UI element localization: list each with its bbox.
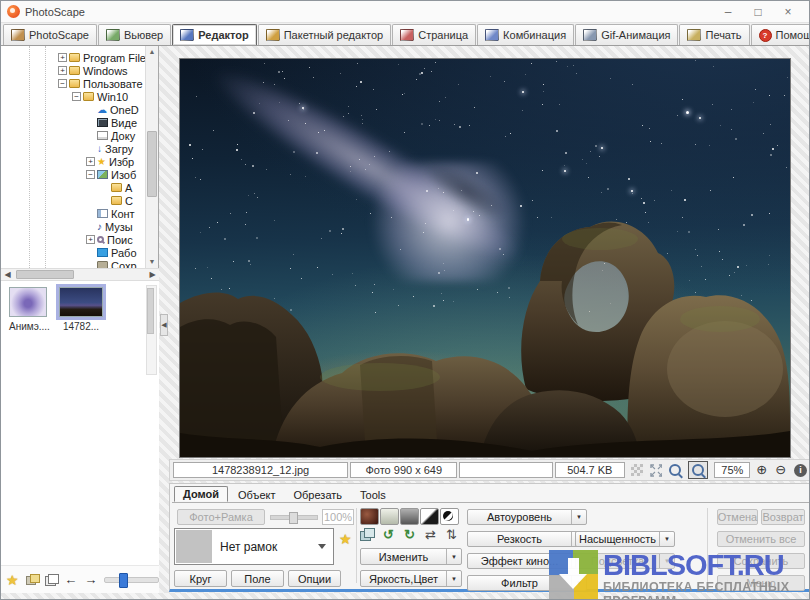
tree-item-win10[interactable]: −Win10 xyxy=(1,90,146,103)
tree-item-program-files[interactable]: +Program File xyxy=(1,51,146,64)
tree-horizontal-scrollbar[interactable]: ◀ ▶ xyxy=(1,268,159,281)
thumbnail-image[interactable] xyxy=(9,287,47,317)
field-button[interactable]: Поле xyxy=(231,570,284,587)
corner-style-light-button[interactable] xyxy=(380,508,399,525)
copy-photo-icon[interactable] xyxy=(359,526,376,542)
rotate-right-icon[interactable]: ↻ xyxy=(401,526,418,542)
tree-item-folder-a[interactable]: А xyxy=(1,181,146,194)
auto-level-dropdown-button[interactable]: Автоуровень xyxy=(467,509,587,525)
tree-item-pictures[interactable]: −Изоб xyxy=(1,168,146,181)
tab-gif-animation[interactable]: Gif-Анимация xyxy=(575,24,678,45)
scrollbar-thumb[interactable] xyxy=(147,131,157,197)
expand-icon[interactable]: + xyxy=(86,157,95,166)
thumbnail-image[interactable] xyxy=(59,287,103,317)
resize-dropdown-button[interactable]: Изменить xyxy=(360,548,462,565)
tree-item-contacts[interactable]: Конт xyxy=(1,207,146,220)
editor-tab-home[interactable]: Домой xyxy=(174,486,228,502)
zoom-out-icon[interactable]: ⊖ xyxy=(775,463,786,477)
scrollbar-thumb[interactable] xyxy=(147,288,154,334)
collapse-icon[interactable]: − xyxy=(86,170,95,179)
panel-collapse-arrow-icon[interactable]: ◀ xyxy=(160,314,168,336)
options-button[interactable]: Опции xyxy=(288,570,341,587)
thumbnail-scrollbar[interactable] xyxy=(146,285,157,375)
editor-tab-crop[interactable]: Обрезать xyxy=(286,488,351,502)
tree-vertical-scrollbar[interactable]: ▲ ▼ xyxy=(145,46,158,268)
tree-item-documents[interactable]: Доку xyxy=(1,129,146,142)
scroll-right-icon[interactable]: ▶ xyxy=(146,269,159,280)
scroll-up-icon[interactable]: ▲ xyxy=(146,46,158,58)
undo-button[interactable]: Отмена xyxy=(717,509,758,525)
tab-help[interactable]: ?Помощь xyxy=(751,24,810,45)
tree-item-saved[interactable]: Сохр xyxy=(1,259,146,268)
collapse-icon[interactable]: − xyxy=(72,92,81,101)
tab-combine[interactable]: Комбинация xyxy=(477,24,574,45)
frame-favorite-star-icon[interactable]: ★ xyxy=(339,531,352,547)
zoom-actual-size-icon[interactable] xyxy=(669,464,681,476)
scroll-left-icon[interactable]: ◀ xyxy=(1,269,14,280)
photo-canvas[interactable] xyxy=(179,58,791,458)
tab-viewer[interactable]: Вьювер xyxy=(98,24,171,45)
slider-thumb[interactable] xyxy=(119,573,128,588)
info-icon[interactable]: i xyxy=(794,464,807,477)
tab-page[interactable]: Страница xyxy=(392,24,476,45)
zoom-fit-window-button[interactable] xyxy=(688,461,708,479)
flip-vertical-icon[interactable]: ⇅ xyxy=(443,526,460,542)
editor-tab-tools[interactable]: Tools xyxy=(352,488,394,502)
sharpen-dropdown-button[interactable]: Резкость xyxy=(467,531,587,547)
minimize-button[interactable]: – xyxy=(713,2,743,22)
tree-item-onedrive[interactable]: ☁OneD xyxy=(1,103,146,116)
save-button[interactable]: Сохранить xyxy=(717,553,805,569)
scroll-down-icon[interactable]: ▼ xyxy=(146,256,158,268)
tab-print[interactable]: Печать xyxy=(679,24,749,45)
corner-style-circle-button[interactable] xyxy=(440,508,459,525)
back-arrow-icon[interactable]: ← xyxy=(64,573,77,587)
tree-item-videos[interactable]: Виде xyxy=(1,116,146,129)
favorites-star-icon[interactable]: ★ xyxy=(6,572,19,588)
tree-item-windows[interactable]: +Windows xyxy=(1,64,146,77)
film-effect-dropdown-button[interactable]: Эффект кино... xyxy=(467,553,587,569)
forward-arrow-icon[interactable]: → xyxy=(84,573,97,587)
close-button[interactable]: × xyxy=(773,2,803,22)
rotate-left-icon[interactable]: ↺ xyxy=(380,526,397,542)
dropdown-arrow-icon[interactable] xyxy=(659,532,674,546)
thumb-night[interactable]: 14782... xyxy=(59,287,103,332)
tree-item-music[interactable]: ♪Музы xyxy=(1,220,146,233)
corner-style-diagonal-button[interactable] xyxy=(420,508,439,525)
dropdown-arrow-icon[interactable] xyxy=(659,554,674,568)
expand-icon[interactable]: + xyxy=(58,66,67,75)
thumb-anime[interactable]: Анимэ.... xyxy=(9,287,50,332)
flip-horizontal-icon[interactable]: ⇄ xyxy=(422,526,439,542)
expand-icon[interactable]: + xyxy=(86,235,95,244)
thumbnail-size-slider[interactable] xyxy=(104,577,159,583)
dropdown-arrow-icon[interactable] xyxy=(571,510,586,524)
tab-editor[interactable]: Редактор xyxy=(172,24,256,45)
fit-screen-icon[interactable] xyxy=(650,464,663,477)
undo-all-button[interactable]: Отменить все xyxy=(717,531,805,547)
dropdown-arrow-icon[interactable] xyxy=(446,549,461,564)
tree-item-desktop[interactable]: Рабо xyxy=(1,246,146,259)
dropdown-arrow-icon[interactable] xyxy=(446,571,461,586)
slider-thumb[interactable] xyxy=(289,512,298,524)
corner-style-dark-button[interactable] xyxy=(400,508,419,525)
saturation-dropdown-button[interactable]: Насыщенность xyxy=(575,531,675,547)
filter-dropdown-button[interactable]: Фильтр xyxy=(467,575,587,591)
tab-photoscape[interactable]: PhotoScape xyxy=(3,24,97,45)
collapse-icon[interactable]: − xyxy=(58,79,67,88)
tree-item-users[interactable]: −Пользовате xyxy=(1,77,146,90)
tree-item-searches[interactable]: +Поис xyxy=(1,233,146,246)
editor-tab-object[interactable]: Объект xyxy=(230,488,283,502)
expand-icon[interactable]: + xyxy=(58,53,67,62)
scrollbar-thumb[interactable] xyxy=(16,270,74,279)
photo-frame-button[interactable]: Фото+Рамка xyxy=(177,509,265,525)
tree-item-downloads[interactable]: ↓Загру xyxy=(1,142,146,155)
corner-style-round-button[interactable] xyxy=(360,508,379,525)
frame-select-dropdown[interactable]: Нет рамок xyxy=(174,528,334,565)
dropdown-arrow-icon[interactable] xyxy=(571,576,586,590)
brightness-color-dropdown-button[interactable]: Яркость,Цвет xyxy=(360,570,462,587)
frame-opacity-slider[interactable] xyxy=(270,515,318,520)
zoom-in-icon[interactable]: ⊕ xyxy=(756,463,767,477)
maximize-button[interactable]: □ xyxy=(743,2,773,22)
tab-batch-editor[interactable]: Пакетный редактор xyxy=(258,24,392,45)
tree-item-favorites[interactable]: +★Избр xyxy=(1,155,146,168)
transparency-checker-icon[interactable] xyxy=(631,464,643,476)
